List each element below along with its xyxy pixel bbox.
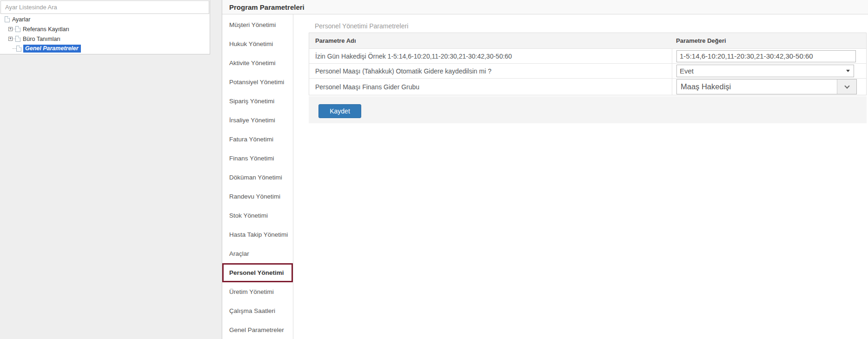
menu-item-hukuk-yonetimi[interactable]: Hukuk Yönetimi: [222, 34, 293, 53]
column-header-parametre-degeri: Parametre Değeri: [672, 37, 866, 44]
tree-node-buro-tanimlari[interactable]: + Büro Tanımları: [0, 34, 210, 44]
menu-item-dokuman-yonetimi[interactable]: Döküman Yönetimi: [222, 168, 293, 187]
tree-node-ayarlar[interactable]: Ayarlar: [0, 14, 210, 24]
parameter-name-izin-gun-hakedisi: İzin Gün Hakedişi Örnek 1-5:14,6-10:20,1…: [309, 49, 672, 63]
column-header-parametre-adi: Parametre Adı: [309, 37, 672, 44]
tree-node-genel-parametreler[interactable]: Genel Parametreler: [0, 44, 210, 53]
settings-tree-panel: Ayarlar + Referans Kayıtları + Büro Tanı…: [0, 0, 210, 54]
settings-search-input[interactable]: [0, 0, 209, 14]
menu-item-calisma-saatleri[interactable]: Çalışma Saatleri: [222, 301, 293, 320]
menu-item-potansiyel-yonetimi[interactable]: Potansiyel Yönetimi: [222, 73, 293, 92]
parameters-content: Personel Yönetimi Parametreleri Parametr…: [293, 14, 868, 339]
document-icon: [15, 36, 20, 42]
menu-item-uretim-yonetimi[interactable]: Üretim Yönetimi: [222, 282, 293, 301]
page-header: Program Parametreleri: [222, 0, 868, 14]
tree-node-label[interactable]: Büro Tanımları: [23, 36, 60, 42]
tree-connector: [13, 48, 16, 49]
tree-node-label[interactable]: Referans Kayıtları: [23, 26, 69, 33]
menu-item-irsaliye-yonetimi[interactable]: İrsaliye Yönetimi: [222, 111, 293, 130]
menu-item-personel-yonetimi[interactable]: Personel Yönetimi: [222, 263, 293, 282]
parameter-name-finans-gider-grubu: Personel Maaşı Finans Gider Grubu: [309, 79, 672, 95]
document-icon: [16, 46, 21, 52]
tree-node-label[interactable]: Ayarlar: [12, 16, 30, 23]
module-menu: Müşteri Yönetimi Hukuk Yönetimi Aktivite…: [222, 14, 293, 339]
menu-item-aktivite-yonetimi[interactable]: Aktivite Yönetimi: [222, 53, 293, 73]
menu-item-stok-yonetimi[interactable]: Stok Yönetimi: [222, 206, 293, 225]
menu-item-musteri-yonetimi[interactable]: Müşteri Yönetimi: [222, 15, 293, 34]
table-row: İzin Gün Hakedişi Örnek 1-5:14,6-10:20,1…: [309, 48, 866, 63]
document-icon: [15, 26, 20, 32]
table-row: Personel Maaşı (Tahakkuk) Otomatik Gider…: [309, 63, 866, 78]
maas-otomatik-gider-select[interactable]: Evet: [676, 65, 854, 77]
tree-node-label-selected[interactable]: Genel Parametreler: [23, 45, 81, 53]
menu-item-genel-parametreler[interactable]: Genel Parametreler: [222, 320, 293, 339]
menu-item-hasta-takip-yonetimi[interactable]: Hasta Takip Yönetimi: [222, 225, 293, 244]
parameters-table: Parametre Adı Parametre Değeri İzin Gün …: [309, 33, 867, 95]
expand-icon[interactable]: +: [8, 37, 13, 41]
select-value: Evet: [680, 67, 694, 75]
form-footer: Kaydet: [309, 96, 867, 123]
chevron-down-icon: [844, 83, 849, 88]
menu-item-siparis-yonetimi[interactable]: Sipariş Yönetimi: [222, 92, 293, 111]
combobox-value: Maaş Hakedişi: [677, 80, 837, 94]
save-button[interactable]: Kaydet: [318, 104, 361, 118]
document-icon: [5, 16, 10, 22]
section-title: Personel Yönetimi Parametreleri: [315, 22, 868, 30]
main-panel: Program Parametreleri Müşteri Yönetimi H…: [222, 0, 868, 339]
parameter-name-maas-otomatik-gider: Personel Maaşı (Tahakkuk) Otomatik Gider…: [309, 64, 672, 78]
izin-gun-hakedisi-input[interactable]: [676, 50, 856, 62]
menu-item-finans-yonetimi[interactable]: Finans Yönetimi: [222, 149, 293, 168]
finans-gider-grubu-combobox[interactable]: Maaş Hakedişi: [676, 79, 857, 94]
menu-item-randevu-yonetimi[interactable]: Randevu Yönetimi: [222, 187, 293, 206]
combobox-dropdown-button[interactable]: [837, 80, 856, 94]
menu-item-araclar[interactable]: Araçlar: [222, 244, 293, 263]
table-row: Personel Maaşı Finans Gider Grubu Maaş H…: [309, 78, 866, 95]
table-header-row: Parametre Adı Parametre Değeri: [309, 33, 866, 48]
expand-icon[interactable]: +: [8, 27, 13, 31]
menu-item-fatura-yonetimi[interactable]: Fatura Yönetimi: [222, 130, 293, 149]
dropdown-arrow-icon: [846, 70, 850, 72]
tree-node-referans-kayitlari[interactable]: + Referans Kayıtları: [0, 24, 210, 34]
settings-tree: Ayarlar + Referans Kayıtları + Büro Tanı…: [0, 14, 210, 53]
page-title: Program Parametreleri: [229, 3, 305, 11]
